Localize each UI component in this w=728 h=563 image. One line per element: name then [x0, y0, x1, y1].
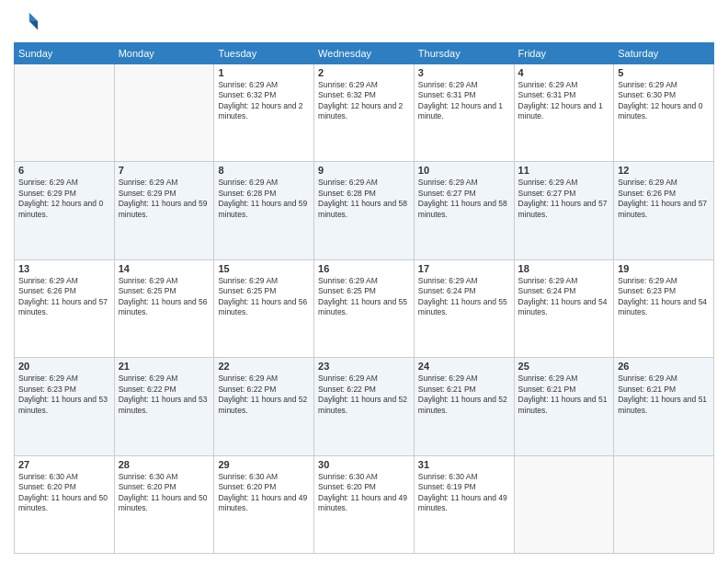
day-number: 23 [318, 361, 410, 372]
day-info: Sunrise: 6:29 AMSunset: 6:22 PMDaylight:… [318, 373, 410, 416]
calendar-cell: 19Sunrise: 6:29 AMSunset: 6:23 PMDayligh… [614, 259, 714, 357]
calendar-cell [15, 64, 115, 162]
day-info: Sunrise: 6:29 AMSunset: 6:31 PMDaylight:… [418, 80, 510, 122]
day-info: Sunrise: 6:29 AMSunset: 6:25 PMDaylight:… [119, 276, 210, 318]
day-info: Sunrise: 6:29 AMSunset: 6:21 PMDaylight:… [618, 373, 710, 416]
weekday-header-friday: Friday [514, 43, 614, 64]
day-number: 19 [618, 263, 710, 274]
day-number: 29 [218, 459, 310, 470]
page: SundayMondayTuesdayWednesdayThursdayFrid… [0, 0, 728, 563]
calendar-cell: 21Sunrise: 6:29 AMSunset: 6:22 PMDayligh… [114, 358, 214, 455]
day-number: 17 [418, 263, 510, 274]
calendar-cell: 25Sunrise: 6:29 AMSunset: 6:21 PMDayligh… [514, 358, 614, 455]
day-number: 4 [518, 67, 610, 78]
day-info: Sunrise: 6:29 AMSunset: 6:23 PMDaylight:… [618, 276, 710, 318]
calendar-cell: 12Sunrise: 6:29 AMSunset: 6:26 PMDayligh… [614, 162, 714, 259]
calendar-cell: 26Sunrise: 6:29 AMSunset: 6:21 PMDayligh… [614, 358, 714, 455]
calendar-cell: 7Sunrise: 6:29 AMSunset: 6:29 PMDaylight… [114, 162, 214, 259]
day-info: Sunrise: 6:29 AMSunset: 6:21 PMDaylight:… [418, 373, 510, 416]
day-number: 5 [618, 67, 710, 78]
day-info: Sunrise: 6:29 AMSunset: 6:24 PMDaylight:… [518, 276, 610, 318]
day-number: 3 [418, 67, 510, 78]
day-number: 10 [418, 165, 510, 176]
calendar-cell: 29Sunrise: 6:30 AMSunset: 6:20 PMDayligh… [214, 455, 314, 553]
day-number: 16 [318, 263, 410, 274]
day-number: 18 [518, 263, 610, 274]
calendar-cell: 28Sunrise: 6:30 AMSunset: 6:20 PMDayligh… [114, 455, 214, 553]
day-info: Sunrise: 6:30 AMSunset: 6:20 PMDaylight:… [218, 472, 310, 514]
weekday-header-sunday: Sunday [15, 43, 115, 64]
calendar-cell: 5Sunrise: 6:29 AMSunset: 6:30 PMDaylight… [614, 64, 714, 162]
day-number: 2 [318, 67, 410, 78]
day-info: Sunrise: 6:29 AMSunset: 6:24 PMDaylight:… [418, 276, 510, 318]
svg-marker-1 [29, 21, 38, 29]
weekday-header-monday: Monday [114, 43, 214, 64]
day-number: 27 [18, 459, 110, 470]
calendar-cell [114, 64, 214, 162]
calendar-cell: 6Sunrise: 6:29 AMSunset: 6:29 PMDaylight… [15, 162, 115, 259]
day-number: 28 [119, 459, 210, 470]
day-info: Sunrise: 6:29 AMSunset: 6:22 PMDaylight:… [119, 373, 210, 416]
calendar-cell [514, 455, 614, 553]
calendar-cell: 27Sunrise: 6:30 AMSunset: 6:20 PMDayligh… [15, 455, 115, 553]
calendar-cell: 3Sunrise: 6:29 AMSunset: 6:31 PMDaylight… [414, 64, 514, 162]
calendar-cell: 11Sunrise: 6:29 AMSunset: 6:27 PMDayligh… [514, 162, 614, 259]
weekday-header-thursday: Thursday [414, 43, 514, 64]
day-info: Sunrise: 6:29 AMSunset: 6:29 PMDaylight:… [18, 178, 110, 220]
calendar-cell: 24Sunrise: 6:29 AMSunset: 6:21 PMDayligh… [414, 358, 514, 455]
header [14, 9, 714, 35]
calendar-table: SundayMondayTuesdayWednesdayThursdayFrid… [14, 42, 714, 554]
calendar-cell: 10Sunrise: 6:29 AMSunset: 6:27 PMDayligh… [414, 162, 514, 259]
day-number: 12 [618, 165, 710, 176]
day-number: 1 [218, 67, 310, 78]
day-info: Sunrise: 6:30 AMSunset: 6:19 PMDaylight:… [418, 472, 510, 514]
calendar-cell: 13Sunrise: 6:29 AMSunset: 6:26 PMDayligh… [15, 259, 115, 357]
day-info: Sunrise: 6:29 AMSunset: 6:26 PMDaylight:… [18, 276, 110, 318]
day-number: 15 [218, 263, 310, 274]
day-info: Sunrise: 6:29 AMSunset: 6:27 PMDaylight:… [518, 178, 610, 220]
day-info: Sunrise: 6:30 AMSunset: 6:20 PMDaylight:… [119, 472, 210, 514]
calendar-week-row: 13Sunrise: 6:29 AMSunset: 6:26 PMDayligh… [15, 259, 714, 357]
calendar-cell: 1Sunrise: 6:29 AMSunset: 6:32 PMDaylight… [214, 64, 314, 162]
day-number: 26 [618, 361, 710, 372]
calendar-cell: 2Sunrise: 6:29 AMSunset: 6:32 PMDaylight… [314, 64, 415, 162]
svg-marker-0 [29, 13, 38, 21]
calendar-cell: 20Sunrise: 6:29 AMSunset: 6:23 PMDayligh… [15, 358, 115, 455]
day-number: 21 [119, 361, 210, 372]
calendar-week-row: 1Sunrise: 6:29 AMSunset: 6:32 PMDaylight… [15, 64, 714, 162]
weekday-header-tuesday: Tuesday [214, 43, 314, 64]
day-number: 30 [318, 459, 410, 470]
day-number: 31 [418, 459, 510, 470]
day-info: Sunrise: 6:29 AMSunset: 6:28 PMDaylight:… [318, 178, 410, 220]
calendar-week-row: 6Sunrise: 6:29 AMSunset: 6:29 PMDaylight… [15, 162, 714, 259]
day-info: Sunrise: 6:29 AMSunset: 6:32 PMDaylight:… [318, 80, 410, 122]
day-info: Sunrise: 6:29 AMSunset: 6:27 PMDaylight:… [418, 178, 510, 220]
calendar-cell: 17Sunrise: 6:29 AMSunset: 6:24 PMDayligh… [414, 259, 514, 357]
logo [14, 9, 43, 35]
day-number: 20 [18, 361, 110, 372]
day-number: 7 [119, 165, 210, 176]
day-info: Sunrise: 6:29 AMSunset: 6:28 PMDaylight:… [218, 178, 310, 220]
weekday-header-wednesday: Wednesday [314, 43, 415, 64]
day-info: Sunrise: 6:29 AMSunset: 6:22 PMDaylight:… [218, 373, 310, 416]
day-info: Sunrise: 6:29 AMSunset: 6:32 PMDaylight:… [218, 80, 310, 122]
day-number: 25 [518, 361, 610, 372]
calendar-cell [614, 455, 714, 553]
day-number: 6 [18, 165, 110, 176]
calendar-cell: 22Sunrise: 6:29 AMSunset: 6:22 PMDayligh… [214, 358, 314, 455]
calendar-cell: 30Sunrise: 6:30 AMSunset: 6:20 PMDayligh… [314, 455, 415, 553]
day-info: Sunrise: 6:29 AMSunset: 6:21 PMDaylight:… [518, 373, 610, 416]
day-info: Sunrise: 6:29 AMSunset: 6:23 PMDaylight:… [18, 373, 110, 416]
weekday-header-row: SundayMondayTuesdayWednesdayThursdayFrid… [15, 43, 714, 64]
calendar-week-row: 27Sunrise: 6:30 AMSunset: 6:20 PMDayligh… [15, 455, 714, 553]
day-number: 14 [119, 263, 210, 274]
day-number: 8 [218, 165, 310, 176]
day-info: Sunrise: 6:29 AMSunset: 6:25 PMDaylight:… [218, 276, 310, 318]
day-info: Sunrise: 6:29 AMSunset: 6:31 PMDaylight:… [518, 80, 610, 122]
day-number: 11 [518, 165, 610, 176]
day-info: Sunrise: 6:29 AMSunset: 6:29 PMDaylight:… [119, 178, 210, 220]
calendar-cell: 16Sunrise: 6:29 AMSunset: 6:25 PMDayligh… [314, 259, 415, 357]
day-info: Sunrise: 6:29 AMSunset: 6:25 PMDaylight:… [318, 276, 410, 318]
calendar-cell: 31Sunrise: 6:30 AMSunset: 6:19 PMDayligh… [414, 455, 514, 553]
logo-icon [14, 9, 40, 35]
